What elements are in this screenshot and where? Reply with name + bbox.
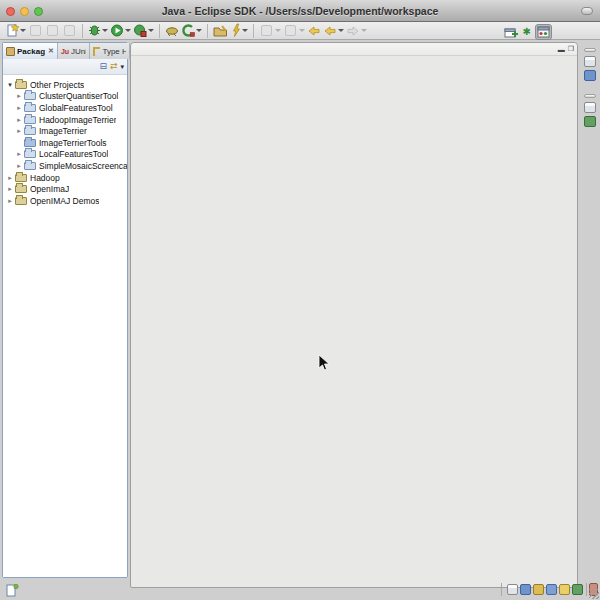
- editor-area[interactable]: ▬ ❐: [130, 42, 578, 588]
- run-last-launched-button[interactable]: [229, 23, 249, 39]
- close-window-button[interactable]: [6, 7, 15, 16]
- chevron-down-icon: [125, 29, 131, 32]
- minimized-view-icon-6[interactable]: [572, 584, 583, 595]
- tab-label: Packag: [17, 47, 45, 56]
- working-set-icon: [15, 185, 27, 193]
- tab-label: Type H: [102, 47, 125, 56]
- zoom-window-button[interactable]: [34, 7, 43, 16]
- minimized-sync-view-icon[interactable]: [584, 116, 596, 127]
- minimized-view-icon-3[interactable]: [533, 584, 544, 595]
- search-icon: [213, 24, 228, 38]
- minimized-view-icon-1[interactable]: [507, 584, 518, 595]
- external-tools-button[interactable]: [132, 23, 155, 39]
- tree-item-globalfeaturestool[interactable]: ▸ GlobalFeaturesTool: [3, 102, 127, 114]
- tree-item-openimaj[interactable]: ▸ OpenImaJ: [3, 183, 127, 195]
- minimized-view-icon-2[interactable]: [520, 584, 531, 595]
- window-titlebar[interactable]: Java - Eclipse SDK - /Users/ss/Developme…: [0, 0, 600, 22]
- tree-item-openimaj-demos[interactable]: ▸ OpenIMAJ Demos: [3, 195, 127, 207]
- forward-arrow-icon: [346, 24, 360, 38]
- view-menu-icon[interactable]: ▾: [120, 62, 124, 71]
- java-search-button[interactable]: [212, 23, 229, 39]
- save-button: [27, 23, 44, 39]
- window-controls: [6, 0, 43, 22]
- mouse-cursor: [318, 354, 330, 372]
- minimized-outline-view-icon[interactable]: [584, 70, 596, 81]
- close-icon[interactable]: ✕: [48, 47, 54, 55]
- tree-item-simplemosaicscreencast[interactable]: ▸ SimpleMosaicScreencast: [3, 160, 127, 172]
- working-set-icon: [15, 81, 27, 89]
- chevron-expanded-icon[interactable]: ▾: [6, 81, 14, 89]
- run-button[interactable]: [109, 23, 132, 39]
- back-button[interactable]: [322, 23, 345, 39]
- view-stack-handle[interactable]: [584, 94, 596, 98]
- chevron-collapsed-icon[interactable]: ▸: [15, 150, 23, 158]
- chevron-collapsed-icon[interactable]: ▸: [15, 127, 23, 135]
- debug-button[interactable]: [87, 23, 109, 39]
- restore-view-icon[interactable]: [584, 102, 596, 113]
- minimized-view-icon-5[interactable]: [559, 584, 570, 595]
- project-folder-icon: [24, 104, 36, 112]
- toolbar-toggle-button[interactable]: [581, 7, 593, 15]
- minimize-editor-button[interactable]: ▬: [558, 46, 565, 53]
- tab-label: JUnit: [71, 47, 86, 56]
- minimize-window-button[interactable]: [20, 7, 29, 16]
- chevron-collapsed-icon[interactable]: ▸: [6, 174, 14, 182]
- project-folder-icon: [24, 127, 36, 135]
- tree-item-imageterrier[interactable]: ▸ ImageTerrier: [3, 125, 127, 137]
- new-wizard-button[interactable]: [4, 23, 27, 39]
- fast-view-bar-icon[interactable]: [5, 583, 19, 597]
- prev-annotation-button: [258, 23, 282, 39]
- last-edit-arrow-icon: [307, 24, 321, 38]
- back-arrow-icon: [323, 24, 337, 38]
- java-perspective-icon: [537, 26, 550, 38]
- window-title: Java - Eclipse SDK - /Users/ss/Developme…: [0, 5, 600, 17]
- trim-separator: [586, 583, 587, 596]
- toolbar-separator: [82, 24, 83, 38]
- maximize-editor-button[interactable]: ❐: [568, 45, 574, 53]
- tree-item-localfeaturestool[interactable]: ▸ LocalFeaturesTool: [3, 149, 127, 161]
- toolbar-separator: [159, 24, 160, 38]
- tree-item-clusterquantisertool[interactable]: ▸ ClusterQuantiserTool: [3, 91, 127, 103]
- last-edit-location-button[interactable]: [306, 23, 322, 39]
- open-perspective-icon: [504, 26, 518, 39]
- java-perspective-button[interactable]: [535, 24, 552, 40]
- tree-item-hadoopimageterrier[interactable]: ▸ HadoopImageTerrier: [3, 114, 127, 126]
- chevron-collapsed-icon[interactable]: ▸: [15, 92, 23, 100]
- restore-view-icon[interactable]: [584, 56, 596, 67]
- chevron-collapsed-icon[interactable]: ▸: [6, 185, 14, 193]
- minimized-view-icon-4[interactable]: [546, 584, 557, 595]
- junit-icon: Ju: [61, 48, 69, 55]
- chevron-down-icon: [20, 29, 26, 32]
- folder-icon: [24, 139, 36, 147]
- chevron-collapsed-icon[interactable]: ▸: [15, 162, 23, 170]
- chevron-down-icon: [361, 29, 367, 32]
- collapse-all-icon[interactable]: ⊟: [99, 62, 107, 71]
- open-perspective-button[interactable]: [503, 24, 519, 40]
- tab-package-explorer[interactable]: Packag ✕: [3, 43, 58, 59]
- tab-junit[interactable]: Ju JUnit: [58, 43, 90, 59]
- tree-item-imageterriertools[interactable]: ImageTerrierTools: [3, 137, 127, 149]
- link-with-editor-icon[interactable]: ⇄: [110, 62, 118, 71]
- project-folder-icon: [24, 92, 36, 100]
- window-resize-grip[interactable]: [589, 589, 599, 599]
- debug-bug-icon: [88, 23, 101, 38]
- chevron-down-icon: [102, 29, 108, 32]
- package-explorer-view: Packag ✕ Ju JUnit Type H ▬ ❐ ⊟ ⇄: [2, 42, 128, 578]
- save-all-button: [44, 23, 61, 39]
- package-explorer-icon: [6, 47, 15, 56]
- view-stack-handle[interactable]: [584, 48, 596, 52]
- tree-item-other-projects[interactable]: ▾ Other Projects: [3, 79, 127, 91]
- run-icon: [110, 23, 124, 38]
- ant-button[interactable]: [164, 23, 180, 39]
- tree-item-hadoop[interactable]: ▸ Hadoop: [3, 172, 127, 184]
- coverage-button[interactable]: [180, 23, 203, 39]
- chevron-collapsed-icon[interactable]: ▸: [15, 116, 23, 124]
- other-perspective-button[interactable]: ✱: [522, 24, 532, 40]
- chevron-collapsed-icon[interactable]: ▸: [15, 104, 23, 112]
- editor-tab-area: ▬ ❐: [131, 43, 577, 56]
- perspective-bar: ✱: [503, 24, 552, 40]
- tab-type-hierarchy[interactable]: Type H: [90, 43, 130, 59]
- chevron-collapsed-icon[interactable]: ▸: [6, 197, 14, 205]
- working-set-icon: [15, 197, 27, 205]
- view-tab-strip: Packag ✕ Ju JUnit Type H ▬ ❐: [3, 43, 127, 59]
